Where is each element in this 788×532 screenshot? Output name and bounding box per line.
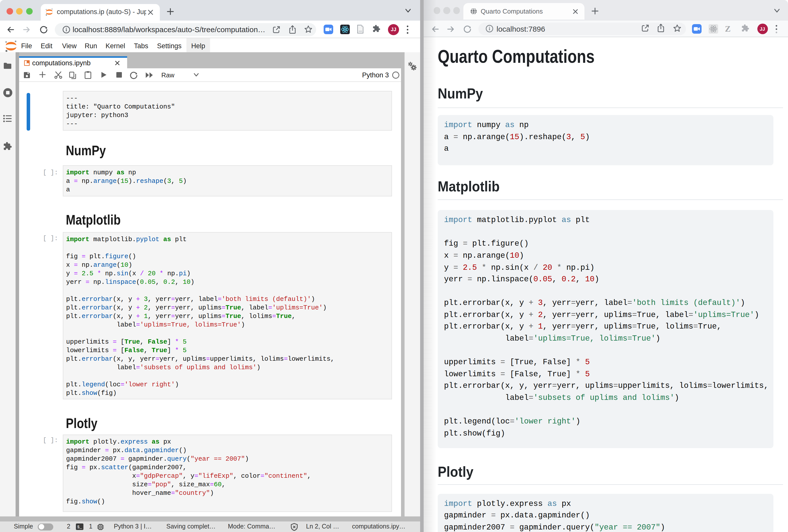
svg-text:$_: $_ (77, 525, 82, 530)
